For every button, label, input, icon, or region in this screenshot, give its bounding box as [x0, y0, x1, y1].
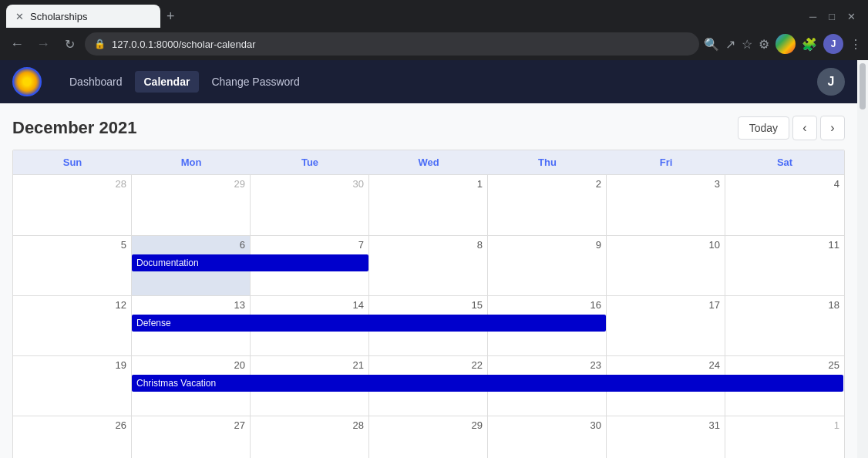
day-number: 28	[255, 419, 364, 431]
user-avatar[interactable]: J	[817, 68, 845, 96]
day-number: 10	[611, 239, 720, 251]
user-profile-icon[interactable]: J	[823, 34, 843, 54]
new-tab-button[interactable]: +	[167, 8, 175, 25]
maximize-button[interactable]: □	[829, 11, 835, 22]
calendar-days-header: Sun Mon Tue Wed Thu Fri Sat	[13, 150, 844, 175]
scrollbar[interactable]	[857, 60, 868, 458]
cell-dec18: 18	[725, 296, 844, 355]
next-month-button[interactable]: ›	[820, 116, 845, 140]
forward-button[interactable]: →	[32, 33, 54, 55]
scrollbar-thumb[interactable]	[860, 63, 866, 109]
bookmark-icon[interactable]: ☆	[742, 37, 752, 52]
cell-nov30: 30	[251, 175, 369, 235]
cell-dec4: 4	[725, 175, 844, 235]
day-number: 6	[136, 239, 245, 251]
cell-dec13: 13 Defense	[132, 296, 251, 355]
day-number: 28	[18, 178, 126, 190]
nav-change-password[interactable]: Change Password	[202, 71, 308, 93]
app-navbar: Dashboard Calendar Change Password J	[0, 60, 857, 103]
day-number: 9	[493, 239, 601, 251]
day-number: 22	[374, 359, 483, 371]
cell-dec26: 26	[13, 416, 132, 458]
calendar-grid: Sun Mon Tue Wed Thu Fri Sat 28 29	[12, 150, 845, 458]
search-icon[interactable]: 🔍	[704, 37, 719, 52]
day-number: 19	[18, 359, 126, 371]
profile-avatar[interactable]	[775, 34, 796, 54]
day-number: 13	[136, 299, 245, 311]
cell-dec31: 31	[607, 416, 725, 458]
documentation-event[interactable]: Documentation	[132, 254, 368, 271]
christmas-vacation-event[interactable]: Christmas Vacation	[132, 375, 843, 392]
cell-jan1: 1	[725, 416, 844, 458]
day-number: 14	[255, 299, 364, 311]
tab-close-icon[interactable]: ✕	[15, 11, 24, 22]
calendar-container: December 2021 Today ‹ › Sun Mon Tue Wed …	[0, 103, 857, 458]
day-number: 17	[611, 299, 720, 311]
day-number: 11	[730, 239, 839, 251]
calendar-week-2: 5 6 Documentation 7 8 9	[13, 236, 844, 296]
day-number: 1	[374, 178, 483, 190]
defense-event[interactable]: Defense	[132, 315, 606, 332]
window-controls: ─ □ ✕	[809, 11, 862, 22]
active-tab[interactable]: ✕ Scholarships	[6, 5, 160, 28]
cell-dec20: 20 Christmas Vacation	[132, 356, 251, 416]
header-mon: Mon	[132, 150, 251, 174]
nav-dashboard[interactable]: Dashboard	[60, 71, 132, 93]
day-number: 20	[136, 359, 245, 371]
calendar-week-4: 19 20 Christmas Vacation 21 22	[13, 356, 844, 416]
cell-dec30: 30	[488, 416, 607, 458]
cell-dec17: 17	[607, 296, 725, 355]
header-tue: Tue	[251, 150, 369, 174]
calendar-nav: Today ‹ ›	[738, 116, 845, 140]
day-number: 30	[493, 419, 601, 431]
day-number: 16	[493, 299, 601, 311]
header-sat: Sat	[725, 150, 844, 174]
minimize-button[interactable]: ─	[809, 11, 816, 22]
cell-dec19: 19	[13, 356, 132, 416]
cell-nov29: 29	[132, 175, 251, 235]
day-number: 26	[18, 419, 126, 431]
cell-dec10: 10	[607, 236, 725, 295]
tab-bar: ✕ Scholarships + ─ □ ✕	[0, 0, 868, 28]
cell-dec3: 3	[607, 175, 725, 235]
calendar-week-3: 12 13 Defense 14 15 16	[13, 296, 844, 356]
day-number: 31	[611, 419, 720, 431]
day-number: 5	[18, 239, 126, 251]
app-content: Dashboard Calendar Change Password J Dec…	[0, 60, 857, 458]
url-text: 127.0.0.1:8000/scholar-calendar	[112, 39, 255, 50]
cell-dec28: 28	[251, 416, 369, 458]
day-number: 18	[730, 299, 839, 311]
address-bar-row: ← → ↻ 🔒 127.0.0.1:8000/scholar-calendar …	[0, 28, 868, 60]
settings-icon[interactable]: ⚙	[759, 37, 769, 52]
address-bar[interactable]: 🔒 127.0.0.1:8000/scholar-calendar	[85, 32, 699, 56]
calendar-title: December 2021	[12, 118, 738, 138]
day-number: 30	[255, 178, 364, 190]
day-number: 15	[374, 299, 483, 311]
header-fri: Fri	[607, 150, 725, 174]
back-button[interactable]: ←	[6, 33, 28, 55]
cell-dec8: 8	[369, 236, 488, 295]
nav-links: Dashboard Calendar Change Password	[60, 71, 309, 93]
day-number: 7	[255, 239, 364, 251]
day-number: 3	[611, 178, 720, 190]
nav-calendar[interactable]: Calendar	[135, 71, 200, 93]
extensions-icon[interactable]: 🧩	[802, 37, 817, 52]
share-icon[interactable]: ↗	[725, 37, 735, 52]
day-number: 12	[18, 299, 126, 311]
calendar-week-1: 28 29 30 1 2 3	[13, 175, 844, 236]
cell-nov28: 28	[13, 175, 132, 235]
header-wed: Wed	[369, 150, 488, 174]
today-button[interactable]: Today	[738, 116, 789, 140]
menu-icon[interactable]: ⋮	[849, 37, 862, 52]
calendar-week-5: 26 27 28 29 30 31	[13, 416, 844, 458]
prev-month-button[interactable]: ‹	[792, 116, 817, 140]
cell-dec29: 29	[369, 416, 488, 458]
day-number: 25	[730, 359, 839, 371]
close-button[interactable]: ✕	[847, 11, 856, 22]
reload-button[interactable]: ↻	[59, 33, 80, 55]
day-number: 27	[136, 419, 245, 431]
toolbar-icons: 🔍 ↗ ☆ ⚙ 🧩 J ⋮	[704, 34, 862, 54]
tab-title: Scholarships	[30, 11, 151, 22]
calendar-header: December 2021 Today ‹ ›	[12, 116, 845, 140]
day-number: 29	[136, 178, 245, 190]
